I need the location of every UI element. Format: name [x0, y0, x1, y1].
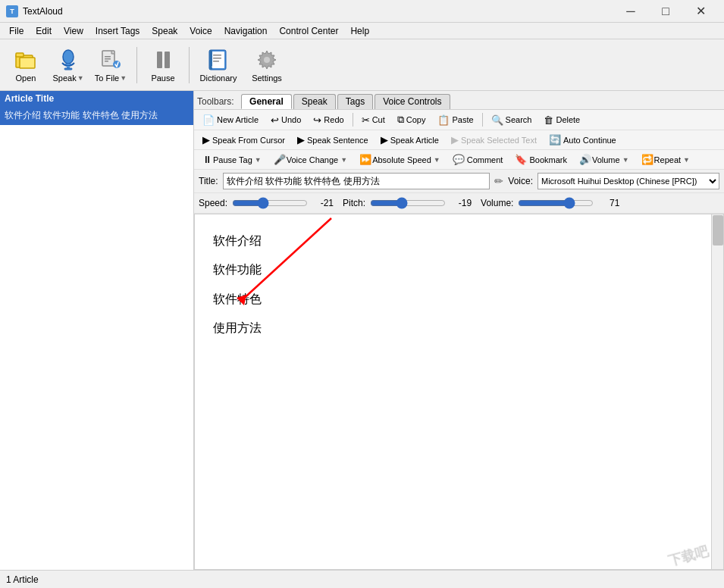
- close-button[interactable]: ✕: [683, 0, 718, 23]
- copy-label: Copy: [406, 115, 426, 124]
- volume-slider[interactable]: [518, 196, 594, 210]
- delete-button[interactable]: 🗑 Delete: [538, 112, 585, 128]
- pause-button[interactable]: Pause: [143, 43, 183, 87]
- scroll-thumb[interactable]: [713, 215, 723, 246]
- menu-file[interactable]: File: [3, 24, 30, 38]
- new-article-icon: 📄: [202, 114, 215, 126]
- settings-button[interactable]: Settings: [244, 43, 290, 87]
- app-title: TextAloud: [23, 6, 63, 17]
- tab-tags[interactable]: Tags: [337, 94, 373, 109]
- search-icon: 🔍: [491, 114, 503, 126]
- maximize-button[interactable]: □: [648, 0, 683, 23]
- tab-speak[interactable]: Speak: [293, 94, 336, 109]
- speak-article-label: Speak Article: [390, 136, 439, 145]
- menu-voice[interactable]: Voice: [183, 24, 218, 38]
- speak-article-button[interactable]: ▶ Speak Article: [375, 132, 444, 148]
- speak-selected-text-button[interactable]: ▶ Speak Selected Text: [446, 132, 542, 148]
- speak-sentence-icon: ▶: [297, 134, 305, 145]
- cut-icon: ✂: [362, 114, 370, 126]
- bookmark-button[interactable]: 🔖 Bookmark: [509, 152, 572, 167]
- repeat-label: Repeat: [654, 155, 681, 164]
- speak-button[interactable]: Speak ▼: [49, 43, 88, 87]
- menu-help[interactable]: Help: [344, 24, 375, 38]
- menu-view[interactable]: View: [58, 24, 89, 38]
- speak-sentence-button[interactable]: ▶ Speak Sentence: [292, 132, 374, 148]
- dictionary-label: Dictionary: [200, 74, 237, 83]
- auto-continue-label: Auto Continue: [563, 136, 616, 145]
- paste-button[interactable]: 📋 Paste: [432, 112, 478, 128]
- speak-from-cursor-button[interactable]: ▶ Speak From Cursor: [197, 132, 290, 148]
- volume-label: Volume: [592, 155, 620, 164]
- status-bar: 1 Article: [0, 570, 724, 588]
- voice-change-button[interactable]: 🎤 Voice Change ▼: [268, 152, 353, 167]
- paste-icon: 📋: [437, 114, 450, 126]
- minimize-button[interactable]: ─: [613, 0, 648, 23]
- undo-icon: ↩: [271, 114, 279, 126]
- title-input[interactable]: [223, 173, 491, 189]
- repeat-arrow: ▼: [683, 156, 690, 164]
- auto-continue-icon: 🔄: [549, 134, 561, 145]
- comment-button[interactable]: 💬 Comment: [447, 152, 509, 167]
- search-button[interactable]: 🔍 Search: [486, 112, 538, 128]
- scrollbar[interactable]: [711, 214, 723, 569]
- status-text: 1 Article: [6, 574, 39, 585]
- tofile-label: To File: [95, 74, 119, 83]
- toolbars-label: Toolbars:: [197, 96, 234, 107]
- app-icon: T: [6, 5, 18, 17]
- spv-row: Speed: -21 Pitch: -19 Volume: 71: [194, 193, 724, 214]
- volume-group: Volume: 71: [481, 196, 619, 210]
- text-line-1: 软件介绍: [213, 227, 705, 255]
- copy-button[interactable]: ⧉ Copy: [392, 111, 431, 128]
- speed-slider[interactable]: [232, 196, 308, 210]
- open-button[interactable]: Open: [6, 43, 45, 87]
- title-label: Title:: [199, 176, 218, 186]
- speed-value: -21: [312, 198, 334, 208]
- settings-label: Settings: [252, 74, 282, 83]
- speak-icon: [56, 48, 80, 72]
- undo-button[interactable]: ↩ Undo: [265, 112, 306, 128]
- text-area-container: 软件介绍 软件功能 软件特色 使用方法: [194, 214, 724, 570]
- pitch-group: Pitch: -19: [343, 196, 472, 210]
- menu-navigation[interactable]: Navigation: [218, 24, 274, 38]
- pitch-slider[interactable]: [370, 196, 446, 210]
- redo-button[interactable]: ↪ Redo: [308, 112, 349, 128]
- dictionary-icon: Abc: [206, 48, 230, 72]
- svg-rect-9: [105, 58, 111, 60]
- dictionary-button[interactable]: Abc Dictionary: [196, 43, 241, 87]
- menu-control-center[interactable]: Control Center: [273, 24, 344, 38]
- cut-button[interactable]: ✂ Cut: [356, 112, 390, 128]
- voice-select[interactable]: Microsoft Huihui Desktop (Chinese [PRC]): [538, 173, 719, 189]
- menu-insert-tags[interactable]: Insert Tags: [89, 24, 146, 38]
- volume-arrow: ▼: [622, 156, 629, 164]
- copy-icon: ⧉: [397, 114, 404, 126]
- tab-general[interactable]: General: [241, 94, 292, 109]
- tab-voice-controls[interactable]: Voice Controls: [375, 94, 450, 109]
- speak-sentence-label: Speak Sentence: [307, 136, 368, 145]
- toolbar-sep-2: [189, 47, 190, 83]
- svg-rect-2: [20, 58, 35, 68]
- settings-icon: [255, 48, 279, 72]
- tofile-button[interactable]: To File ▼: [91, 43, 130, 87]
- auto-continue-button[interactable]: 🔄 Auto Continue: [544, 132, 622, 148]
- absolute-speed-button[interactable]: ⏩ Absolute Speed ▼: [354, 152, 446, 167]
- toolbar-row-2: ▶ Speak From Cursor ▶ Speak Sentence ▶ S…: [194, 130, 724, 150]
- speak-selected-text-label: Speak Selected Text: [461, 136, 537, 145]
- text-content[interactable]: 软件介绍 软件功能 软件特色 使用方法: [195, 214, 723, 355]
- pause-label: Pause: [151, 74, 174, 83]
- menu-edit[interactable]: Edit: [30, 24, 58, 38]
- repeat-button[interactable]: 🔁 Repeat ▼: [636, 152, 695, 167]
- title-row: Title: ✏ Voice: Microsoft Huihui Desktop…: [194, 170, 724, 193]
- open-icon: [14, 48, 38, 72]
- menu-speak[interactable]: Speak: [146, 24, 183, 38]
- new-article-button[interactable]: 📄 New Article: [197, 112, 264, 128]
- volume-value: 71: [598, 198, 619, 208]
- title-edit-icon[interactable]: ✏: [494, 175, 503, 187]
- voice-change-icon: 🎤: [274, 154, 286, 165]
- left-panel-item[interactable]: 软件介绍 软件功能 软件特色 使用方法: [0, 106, 193, 125]
- volume-button[interactable]: 🔊 Volume ▼: [574, 152, 635, 167]
- text-line-3: 软件特色: [213, 285, 705, 314]
- tab-strip: General Speak Tags Voice Controls: [241, 94, 451, 109]
- redo-label: Redo: [324, 115, 343, 124]
- pause-tag-button[interactable]: ⏸ Pause Tag ▼: [197, 152, 267, 167]
- row1-sep2: [482, 113, 483, 127]
